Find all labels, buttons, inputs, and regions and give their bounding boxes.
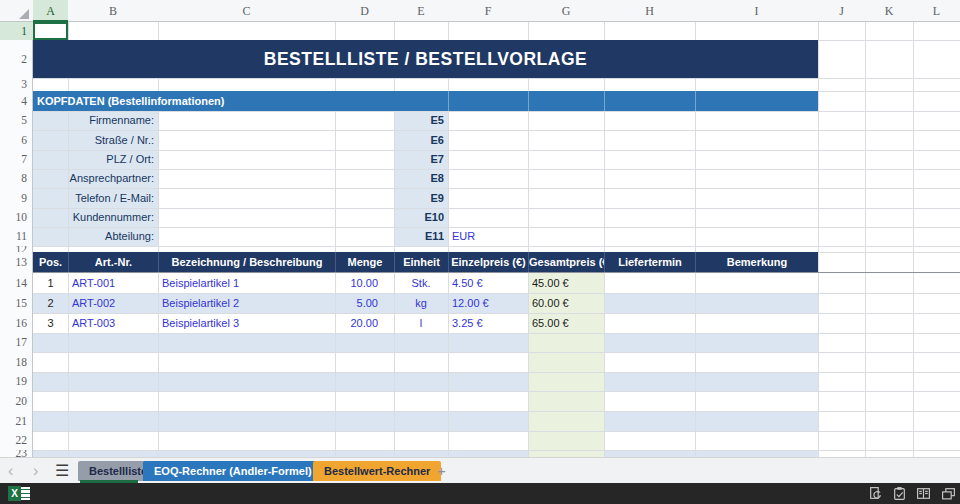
column-header-c[interactable]: C	[158, 0, 335, 22]
row-header-7[interactable]: 7	[0, 150, 33, 169]
cell-einzelpreis[interactable]: 4.50 €	[452, 273, 524, 293]
cell-bezeichnung[interactable]: Beispielartikel 1	[162, 273, 332, 293]
row-header-22[interactable]: 22	[0, 431, 33, 450]
cell-einheit[interactable]: l	[394, 313, 448, 333]
column-header-g[interactable]: G	[528, 0, 604, 22]
cell-artnr[interactable]: ART-003	[72, 313, 154, 333]
col-header-einzelpreis[interactable]: Einzelpreis (€)	[448, 252, 528, 273]
cell-bezeichnung[interactable]: Beispielartikel 3	[162, 313, 332, 333]
select-all-icon[interactable]	[19, 9, 29, 19]
row-header-20[interactable]: 20	[0, 391, 33, 411]
cell-menge[interactable]: 20.00	[335, 313, 378, 333]
cell-pos[interactable]: 2	[33, 293, 68, 313]
col-header-artnr[interactable]: Art.-Nr.	[68, 252, 158, 273]
cell-ref-e6[interactable]: E6	[394, 130, 444, 150]
add-sheet-icon[interactable]: +	[437, 458, 446, 484]
selected-cell-a1[interactable]	[33, 22, 68, 40]
tab-eoq-rechner[interactable]: EOQ-Rechner (Andler-Formel)	[143, 461, 323, 481]
row-header-17[interactable]: 17	[0, 333, 33, 352]
row-header-19[interactable]: 19	[0, 372, 33, 391]
row-header-11[interactable]: 11	[0, 227, 33, 246]
row-header-9[interactable]: 9	[0, 188, 33, 208]
field-label-telefon-email[interactable]: Telefon / E-Mail:	[33, 188, 154, 208]
cell-einheit[interactable]: Stk.	[394, 273, 448, 293]
row-header-10[interactable]: 10	[0, 208, 33, 227]
cell-ref-e5[interactable]: E5	[394, 111, 444, 130]
column-header-d[interactable]: D	[335, 0, 394, 22]
gridline-horizontal	[33, 352, 960, 353]
col-header-bezeichnung[interactable]: Bezeichnung / Beschreibung	[158, 252, 335, 273]
cell-gesamtpreis[interactable]: 60.00 €	[532, 293, 602, 313]
column-header-f[interactable]: F	[448, 0, 528, 22]
column-header-i[interactable]: I	[695, 0, 818, 22]
row-header-1[interactable]: 1	[0, 22, 33, 40]
field-label-plz-ort[interactable]: PLZ / Ort:	[33, 150, 154, 169]
row-header-2[interactable]: 2	[0, 40, 33, 78]
cell-einzelpreis[interactable]: 12.00 €	[452, 293, 524, 313]
cell-menge[interactable]: 10.00	[335, 273, 378, 293]
row-header-4[interactable]: 4	[0, 91, 33, 111]
cell-menge[interactable]: 5.00	[335, 293, 378, 313]
row-header-16[interactable]: 16	[0, 313, 33, 333]
sync-icon[interactable]	[868, 486, 883, 501]
row-header-13[interactable]: 13	[0, 252, 33, 273]
cell-artnr[interactable]: ART-001	[72, 273, 154, 293]
column-header-l[interactable]: L	[913, 0, 960, 22]
row-header-8[interactable]: 8	[0, 169, 33, 188]
row-header-3[interactable]: 3	[0, 78, 33, 91]
cell-divider	[604, 91, 605, 111]
row-header-14[interactable]: 14	[0, 273, 33, 293]
col-header-menge[interactable]: Menge	[335, 252, 394, 273]
column-header-j[interactable]: J	[818, 0, 865, 22]
cell-ref-e10[interactable]: E10	[394, 208, 444, 227]
col-header-pos[interactable]: Pos.	[33, 252, 68, 273]
field-label-abteilung[interactable]: Abteilung:	[33, 227, 154, 246]
cell-ref-e9[interactable]: E9	[394, 188, 444, 208]
cell-ref-e7[interactable]: E7	[394, 150, 444, 169]
cell-pos[interactable]: 3	[33, 313, 68, 333]
gridline-horizontal	[33, 111, 960, 112]
column-header-h[interactable]: H	[604, 0, 695, 22]
reading-view-icon[interactable]	[916, 486, 931, 501]
cell-artnr[interactable]: ART-002	[72, 293, 154, 313]
cell-gesamtpreis[interactable]: 65.00 €	[532, 313, 602, 333]
row-header-21[interactable]: 21	[0, 411, 33, 431]
cell-gesamtpreis[interactable]: 45.00 €	[532, 273, 602, 293]
checklist-icon[interactable]	[892, 486, 907, 501]
prev-sheet-icon[interactable]: ‹	[8, 459, 13, 483]
column-header-a[interactable]: A	[33, 0, 68, 22]
row-header-18[interactable]: 18	[0, 352, 33, 372]
cell-bezeichnung[interactable]: Beispielartikel 2	[162, 293, 332, 313]
gridline-horizontal	[33, 150, 960, 151]
cell-ref-e8[interactable]: E8	[394, 169, 444, 188]
cell-einzelpreis[interactable]: 3.25 €	[452, 313, 524, 333]
field-label-ansprechpartner[interactable]: Ansprechpartner:	[33, 169, 154, 188]
field-label-strasse[interactable]: Straße / Nr.:	[33, 130, 154, 150]
col-header-liefertermin[interactable]: Liefertermin	[604, 252, 695, 273]
col-header-gesamtpreis[interactable]: Gesamtpreis (€)	[528, 252, 604, 273]
currency-cell[interactable]: EUR	[452, 227, 512, 246]
cascade-windows-icon[interactable]	[941, 486, 956, 501]
column-header-k[interactable]: K	[865, 0, 913, 22]
field-label-kundennummer[interactable]: Kundennummer:	[33, 208, 154, 227]
row-header-23[interactable]: 23	[0, 450, 33, 457]
cell-divider	[448, 91, 449, 111]
cell-pos[interactable]: 1	[33, 273, 68, 293]
sheet-list-menu-icon[interactable]: ☰	[55, 459, 69, 483]
row-header-5[interactable]: 5	[0, 111, 33, 130]
taskbar: X	[0, 483, 960, 504]
col-header-bemerkung[interactable]: Bemerkung	[695, 252, 818, 273]
field-label-firmenname[interactable]: Firmenname:	[33, 111, 154, 130]
column-header-b[interactable]: B	[68, 0, 158, 22]
gridline-horizontal	[33, 391, 960, 392]
column-header-e[interactable]: E	[394, 0, 448, 22]
excel-app-icon[interactable]: X	[8, 486, 32, 501]
gridline-horizontal	[33, 130, 960, 131]
row-header-6[interactable]: 6	[0, 130, 33, 150]
next-sheet-icon[interactable]: ›	[33, 459, 38, 483]
row-header-15[interactable]: 15	[0, 293, 33, 313]
tab-bestellwert-rechner[interactable]: Bestellwert-Rechner	[313, 461, 441, 481]
cell-einheit[interactable]: kg	[394, 293, 448, 313]
cell-ref-e11[interactable]: E11	[394, 227, 444, 246]
col-header-einheit[interactable]: Einheit	[394, 252, 448, 273]
